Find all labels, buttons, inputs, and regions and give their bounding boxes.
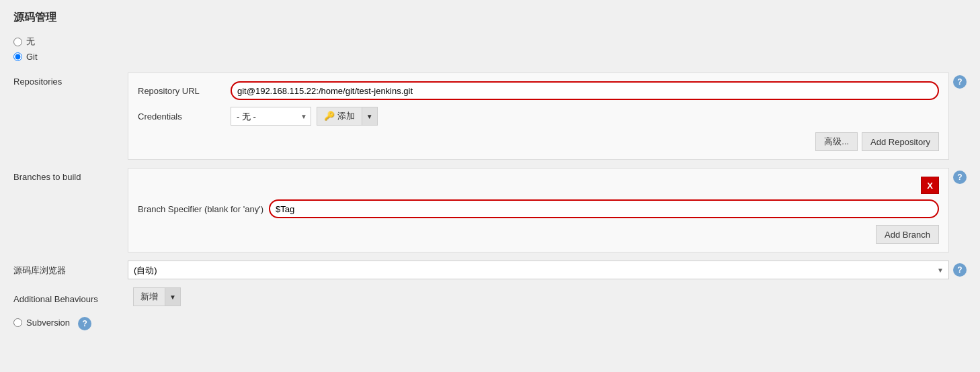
radio-none-input[interactable] — [13, 38, 22, 46]
repository-url-row: Repository URL — [138, 81, 939, 100]
repository-actions-row: 高级... Add Repository — [138, 132, 939, 151]
add-credentials-dropdown-button[interactable]: ▼ — [362, 107, 378, 126]
add-repository-button[interactable]: Add Repository — [862, 132, 939, 151]
additional-behaviours-row: Additional Behaviours 新增 ▼ — [13, 287, 967, 306]
repositories-label: Repositories — [13, 73, 128, 87]
source-browser-label: 源码库浏览器 — [13, 261, 128, 277]
branches-label: Branches to build — [13, 168, 128, 182]
branches-section: Branches to build X Branch Specifier (bl… — [13, 168, 967, 252]
add-new-main-button[interactable]: 新增 — [133, 287, 165, 306]
branch-row: Branch Specifier (blank for 'any') — [138, 199, 939, 218]
branches-help-icon[interactable]: ? — [953, 171, 967, 184]
source-browser-section: 源码库浏览器 (自动) ▼ ? — [13, 261, 967, 279]
branch-specifier-input[interactable] — [269, 199, 939, 218]
add-new-dropdown-button[interactable]: ▼ — [165, 287, 181, 306]
add-credentials-main-button[interactable]: 🔑 添加 — [317, 107, 362, 126]
radio-git-input[interactable] — [13, 52, 22, 61]
source-browser-select-wrap: (自动) ▼ — [128, 261, 949, 279]
source-browser-select[interactable]: (自动) — [128, 261, 949, 279]
subversion-row: Subversion ? — [13, 314, 967, 330]
additional-behaviours-label: Additional Behaviours — [13, 290, 128, 304]
remove-branch-button[interactable]: X — [921, 177, 939, 194]
branch-specifier-label: Branch Specifier (blank for 'any') — [138, 204, 263, 214]
page-title: 源码管理 — [13, 11, 967, 25]
repositories-content: Repository URL Credentials - 无 - ▼ 🔑 添加 … — [128, 73, 949, 160]
radio-subversion-input[interactable] — [13, 318, 22, 327]
credentials-select[interactable]: - 无 - — [231, 107, 311, 126]
credentials-label: Credentials — [138, 111, 225, 122]
repository-url-input[interactable] — [231, 81, 939, 100]
repositories-section: Repositories Repository URL Credentials … — [13, 73, 967, 160]
radio-none[interactable]: 无 — [13, 36, 967, 48]
repositories-help-icon[interactable]: ? — [953, 75, 967, 89]
credentials-row: Credentials - 无 - ▼ 🔑 添加 ▼ — [138, 107, 939, 126]
branch-header: X — [138, 177, 939, 194]
radio-subversion-label: Subversion — [26, 318, 70, 328]
radio-none-label: 无 — [26, 36, 35, 48]
radio-git[interactable]: Git — [13, 52, 967, 62]
repository-url-label: Repository URL — [138, 86, 225, 96]
radio-git-label: Git — [26, 52, 38, 62]
branches-content: X Branch Specifier (blank for 'any') Add… — [128, 168, 949, 252]
add-new-btn-split: 新增 ▼ — [133, 287, 181, 306]
subversion-help-icon[interactable]: ? — [78, 317, 91, 330]
credentials-select-wrap: - 无 - ▼ — [231, 107, 311, 126]
branch-actions-row: Add Branch — [138, 225, 939, 244]
advanced-button[interactable]: 高级... — [815, 132, 858, 151]
source-browser-help-icon[interactable]: ? — [953, 263, 967, 277]
add-branch-button[interactable]: Add Branch — [876, 225, 939, 244]
add-credentials-btn-split: 🔑 添加 ▼ — [317, 107, 378, 126]
